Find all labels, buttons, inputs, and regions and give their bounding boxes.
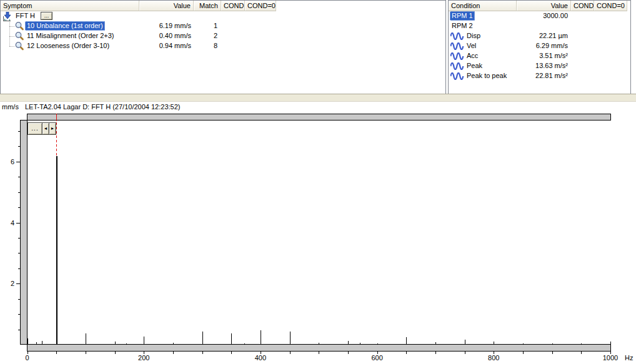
svg-text:0: 0 — [25, 354, 29, 362]
spectrum-peaks — [28, 156, 611, 345]
svg-text:6: 6 — [11, 158, 14, 165]
chart-next-button[interactable]: ► — [49, 122, 56, 135]
chart-ellipsis-button[interactable]: ... — [27, 122, 42, 135]
fft-spectrum-chart: 24602004006008001000Hz — [0, 0, 636, 364]
app-window: Symptom Value Match COND COND=0 FFT H ..… — [0, 0, 636, 364]
svg-text:1000: 1000 — [603, 354, 618, 362]
svg-text:800: 800 — [488, 354, 499, 362]
y-axis-ticks — [16, 132, 21, 330]
chart-top-zoom-bar[interactable] — [27, 114, 610, 121]
left-arrow-icon: ◄ — [44, 126, 48, 130]
svg-text:200: 200 — [138, 354, 149, 362]
right-arrow-icon: ► — [51, 126, 55, 130]
svg-text:4: 4 — [11, 219, 14, 227]
x-axis-ticks — [28, 351, 611, 354]
x-axis-unit-label: Hz — [625, 354, 633, 362]
svg-text:400: 400 — [255, 354, 266, 362]
chart-bottom-zoom-bar[interactable] — [27, 345, 610, 352]
x-axis-labels: 02004006008001000Hz — [25, 354, 633, 362]
chart-left-zoom-bar[interactable] — [21, 121, 27, 345]
svg-text:600: 600 — [371, 354, 382, 362]
y-axis-labels: 246 — [11, 158, 14, 287]
svg-text:2: 2 — [11, 280, 14, 287]
